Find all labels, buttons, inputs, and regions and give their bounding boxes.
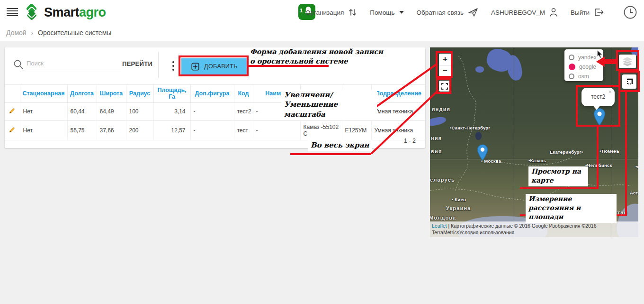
nav-help-label: Помощь xyxy=(370,9,394,16)
layer-option-google[interactable]: google xyxy=(569,62,603,72)
col-extra-figure: Доп.фигура xyxy=(190,85,234,103)
breadcrumb: Домой › Оросительные системы xyxy=(0,25,644,41)
col-longitude: Долгота xyxy=(67,85,97,103)
map-label: •Казань xyxy=(528,158,546,163)
cell: 100 xyxy=(126,102,153,120)
layers-icon xyxy=(621,56,634,67)
map-marker-test2[interactable] xyxy=(593,107,606,127)
map-label: Аста xyxy=(630,190,638,195)
col-radius: Радиус xyxy=(126,85,153,103)
swap-vertical-icon xyxy=(348,8,357,17)
map-marker-moscow[interactable] xyxy=(477,144,488,161)
app-header: Smartagro 1 Организация Помощь Обратная … xyxy=(0,0,644,25)
layers-button[interactable] xyxy=(619,55,636,68)
col-edit xyxy=(5,85,20,103)
col-n: Н xyxy=(342,85,371,103)
col-stationary: Стационарная xyxy=(20,85,67,103)
nav-organization[interactable]: Организация xyxy=(305,8,357,17)
nav-user[interactable]: ASHURBEGOV_M xyxy=(491,8,558,17)
radio-icon xyxy=(569,55,574,60)
zoom-out-button[interactable]: − xyxy=(439,65,451,77)
cell: тест2 xyxy=(234,102,253,120)
logo-text: Smartagro xyxy=(44,5,106,20)
layer-option-label: google xyxy=(579,64,596,70)
breadcrumb-current: Оросительные системы xyxy=(38,29,111,37)
col-latitude: Широта xyxy=(97,85,126,103)
zoom-control: + − xyxy=(439,54,451,76)
logo[interactable]: Smartagro xyxy=(23,3,106,21)
cell: 60,44 xyxy=(67,102,97,120)
col-name: Наимен xyxy=(253,85,300,103)
nav-feedback-label: Обратная связь xyxy=(417,9,464,16)
fullscreen-button[interactable] xyxy=(439,81,450,92)
cell: - xyxy=(190,120,234,140)
cell xyxy=(342,102,371,120)
map-label: яндия xyxy=(432,106,450,112)
mouse-cursor-icon xyxy=(597,50,603,59)
map-label: •Санкт-Петербург xyxy=(450,125,490,130)
map-label: •О xyxy=(635,164,638,169)
measure-button[interactable] xyxy=(622,74,636,89)
map-label: Молдова xyxy=(430,215,456,221)
cell: 55,75 xyxy=(67,120,97,140)
cell: Нет xyxy=(20,102,67,120)
menu-icon[interactable] xyxy=(7,8,18,17)
cell: Умная техника xyxy=(371,102,425,120)
irrigation-systems-card: ПЕРЕЙТИ ДОБАВИТЬ Стационарная Долгота Ши… xyxy=(5,47,425,148)
cell: 3,14 xyxy=(153,102,190,120)
cell: 12,57 xyxy=(153,120,190,140)
add-button[interactable]: ДОБАВИТЬ xyxy=(181,58,248,74)
layer-option-osm[interactable]: osm xyxy=(569,72,603,81)
pencil-icon xyxy=(9,107,16,114)
send-icon xyxy=(468,8,478,17)
plus-icon xyxy=(191,63,199,71)
leaflet-link[interactable]: Leaflet xyxy=(432,223,447,229)
cell: Умная техника xyxy=(371,120,425,140)
table-row: Нет 55,75 37,66 200 12,57 - тест - Камаз… xyxy=(5,120,425,140)
toolbar-divider xyxy=(158,52,159,78)
logout-icon xyxy=(594,8,604,17)
edit-row-button[interactable] xyxy=(5,102,20,120)
measure-icon xyxy=(625,77,634,86)
cell: Камаз -55102 С xyxy=(300,120,342,140)
map-panel[interactable]: яндия •Санкт-Петербург ния вия еларусь •… xyxy=(430,47,638,237)
col-division: Подразделение xyxy=(371,85,425,103)
map-label: ния xyxy=(431,135,442,141)
clock-icon[interactable] xyxy=(623,5,637,19)
breadcrumb-separator: › xyxy=(31,29,33,37)
pencil-icon xyxy=(9,126,16,133)
attribution-text: | Картографические данные © 2016 Google … xyxy=(432,223,597,235)
irrigation-table: Стационарная Долгота Широта Радиус Площа… xyxy=(5,84,425,140)
cell: 200 xyxy=(126,120,153,140)
edit-row-button[interactable] xyxy=(5,120,20,140)
map-label: вия xyxy=(431,148,442,154)
popup-close-icon[interactable]: × xyxy=(608,88,612,95)
search-icon xyxy=(13,59,24,70)
nav-help[interactable]: Помощь xyxy=(370,9,403,16)
breadcrumb-home[interactable]: Домой xyxy=(6,29,27,37)
more-options-icon[interactable] xyxy=(168,59,179,73)
pagination: 1 - 2 xyxy=(404,138,416,144)
go-button[interactable]: ПЕРЕЙТИ xyxy=(122,60,152,67)
cell xyxy=(300,102,342,120)
col-code: Код xyxy=(234,85,253,103)
cell: - xyxy=(190,102,234,120)
cell: - xyxy=(253,120,300,140)
cell: - xyxy=(253,102,300,120)
username-label: ASHURBEGOV_M xyxy=(491,9,545,16)
layer-option-label: osm xyxy=(578,73,589,80)
logo-mark-icon xyxy=(23,3,41,21)
map-label: Екатеринбург• xyxy=(550,149,583,155)
logout-label: Выйти xyxy=(571,9,590,16)
caret-down-icon xyxy=(399,11,404,14)
map-label: •Тюмень xyxy=(599,148,619,154)
zoom-in-button[interactable]: + xyxy=(439,54,451,65)
nav-feedback[interactable]: Обратная связь xyxy=(417,8,478,17)
col-area: Площадь, Га xyxy=(153,85,190,103)
nav-logout[interactable]: Выйти xyxy=(571,8,604,17)
map-label: Казахстан xyxy=(597,210,627,215)
fullscreen-icon xyxy=(441,83,448,90)
search-input[interactable] xyxy=(27,57,121,70)
add-button-label: ДОБАВИТЬ xyxy=(204,63,238,70)
table-header-row: Стационарная Долгота Широта Радиус Площа… xyxy=(5,85,425,103)
